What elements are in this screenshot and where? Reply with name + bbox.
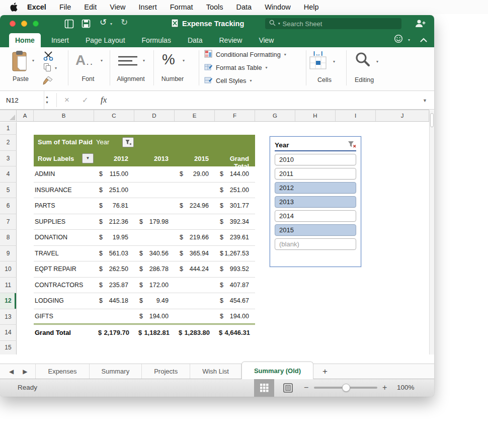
- editing-button[interactable]: [355, 51, 371, 69]
- editing-dropdown-icon[interactable]: ▾: [376, 59, 378, 64]
- name-box-stepper[interactable]: ▲ ▼: [45, 94, 49, 105]
- row-header-9[interactable]: 9: [0, 246, 17, 262]
- paste-button[interactable]: [11, 50, 30, 74]
- formula-bar-expand-icon[interactable]: ▼: [423, 98, 427, 103]
- cell-styles-button[interactable]: Cell Styles ▾: [204, 76, 252, 85]
- slicer-item-2011[interactable]: 2011: [275, 168, 356, 180]
- tab-formulas[interactable]: Formulas: [136, 33, 177, 47]
- collapse-ribbon-icon[interactable]: [420, 35, 427, 44]
- row-header-7[interactable]: 7: [0, 214, 17, 230]
- tab-review[interactable]: Review: [213, 33, 248, 47]
- tab-insert[interactable]: Insert: [45, 33, 75, 47]
- sheet-tab-summary-old-[interactable]: Summary (Old): [241, 362, 313, 379]
- menu-item-format[interactable]: Format: [164, 0, 200, 14]
- sheet-tab-expenses[interactable]: Expenses: [35, 364, 89, 379]
- minimize-window-button[interactable]: [21, 21, 27, 27]
- select-all-corner[interactable]: [0, 110, 17, 121]
- insert-function-icon[interactable]: fx: [101, 91, 107, 109]
- name-box[interactable]: N12: [0, 91, 44, 109]
- sheet-tab-projects[interactable]: Projects: [142, 364, 190, 379]
- page-layout-view-button[interactable]: [278, 379, 298, 397]
- row-header-1[interactable]: 1: [0, 122, 17, 135]
- undo-icon[interactable]: ↺: [100, 18, 107, 28]
- menu-item-window[interactable]: Window: [258, 0, 297, 14]
- zoom-out-button[interactable]: −: [304, 383, 308, 392]
- previous-sheet-icon[interactable]: ◀: [9, 368, 14, 375]
- menu-item-help[interactable]: Help: [297, 0, 326, 14]
- sheet-tab-summary[interactable]: Summary: [90, 364, 142, 379]
- undo-dropdown-icon[interactable]: ▾: [110, 22, 112, 26]
- row-header-14[interactable]: 14: [0, 325, 17, 341]
- paste-dropdown-icon[interactable]: ▾: [32, 58, 34, 63]
- slicer-item-2014[interactable]: 2014: [275, 210, 356, 222]
- zoom-window-button[interactable]: [33, 21, 39, 27]
- row-header-10[interactable]: 10: [0, 261, 17, 278]
- column-header-C[interactable]: C: [94, 110, 134, 121]
- column-header-G[interactable]: G: [255, 110, 295, 121]
- cancel-entry-icon[interactable]: ×: [64, 91, 69, 109]
- row-header-5[interactable]: 5: [0, 183, 17, 199]
- clear-filter-icon[interactable]: [348, 141, 356, 150]
- column-header-I[interactable]: I: [336, 110, 376, 121]
- row-header-15[interactable]: 15: [0, 341, 17, 355]
- menu-item-data[interactable]: Data: [230, 0, 259, 14]
- row-header-2[interactable]: 2: [0, 135, 17, 151]
- search-scope-chevron-icon[interactable]: ▾: [278, 22, 280, 26]
- cells-button[interactable]: I↔I: [309, 51, 327, 71]
- slicer-item-2013[interactable]: 2013: [275, 196, 356, 208]
- zoom-in-button[interactable]: +: [382, 383, 387, 392]
- vertical-scrollbar[interactable]: [429, 110, 434, 354]
- row-header-4[interactable]: 4: [0, 166, 17, 183]
- row-header-11[interactable]: 11: [0, 278, 17, 294]
- menu-item-tools[interactable]: Tools: [200, 0, 230, 14]
- row-header-3[interactable]: 3: [0, 151, 17, 167]
- conditional-formatting-button[interactable]: Conditional Formatting ▾: [204, 50, 286, 59]
- tab-view[interactable]: View: [253, 33, 280, 47]
- number-dropdown-icon[interactable]: ▾: [183, 58, 185, 63]
- toggle-sidebar-icon[interactable]: [64, 19, 74, 31]
- add-sheet-button[interactable]: +: [313, 367, 337, 377]
- zoom-slider-thumb[interactable]: [342, 384, 350, 392]
- font-button[interactable]: A..: [75, 52, 94, 68]
- feedback-smiley-icon[interactable]: [394, 34, 403, 45]
- row-header-13[interactable]: 13: [0, 309, 17, 325]
- confirm-entry-icon[interactable]: ✓: [82, 91, 89, 109]
- worksheet[interactable]: 123456789101112131415 Sum of Total Paid …: [0, 122, 429, 354]
- redo-icon[interactable]: ↻: [121, 18, 128, 28]
- copy-dropdown-icon[interactable]: ▾: [55, 66, 57, 70]
- alignment-button[interactable]: [117, 55, 138, 69]
- menu-item-excel[interactable]: Excel: [21, 0, 53, 14]
- save-icon[interactable]: [82, 19, 91, 30]
- close-window-button[interactable]: [10, 21, 16, 27]
- column-header-F[interactable]: F: [215, 110, 255, 121]
- smiley-dropdown-icon[interactable]: ▾: [408, 38, 410, 42]
- font-dropdown-icon[interactable]: ▾: [101, 58, 103, 63]
- column-header-D[interactable]: D: [134, 110, 175, 121]
- row-header-8[interactable]: 8: [0, 230, 17, 246]
- menu-item-insert[interactable]: Insert: [132, 0, 163, 14]
- column-header-A[interactable]: A: [17, 110, 34, 121]
- tab-page-layout[interactable]: Page Layout: [79, 33, 131, 47]
- column-header-J[interactable]: J: [376, 110, 429, 121]
- apple-menu-icon[interactable]: [10, 3, 18, 12]
- share-add-person-icon[interactable]: [414, 19, 426, 30]
- column-header-H[interactable]: H: [295, 110, 336, 121]
- vertical-scrollbar-thumb[interactable]: [430, 113, 434, 127]
- slicer-item-2012[interactable]: 2012: [275, 182, 356, 194]
- column-header-B[interactable]: B: [34, 110, 94, 121]
- tab-data[interactable]: Data: [182, 33, 209, 47]
- zoom-slider[interactable]: [314, 387, 377, 389]
- cut-icon[interactable]: [43, 51, 54, 63]
- stepper-up-icon[interactable]: ▲: [45, 94, 49, 100]
- sheet-tab-wish-list[interactable]: Wish List: [190, 364, 241, 379]
- year-slicer[interactable]: Year 201020112012201320142015(blank): [270, 136, 361, 267]
- number-button[interactable]: %: [162, 51, 175, 68]
- pivot-year-filter-button[interactable]: [122, 137, 134, 147]
- tab-home[interactable]: Home: [9, 33, 41, 47]
- slicer-item-2015[interactable]: 2015: [275, 224, 356, 236]
- format-painter-icon[interactable]: [41, 75, 53, 87]
- stepper-down-icon[interactable]: ▼: [45, 100, 49, 105]
- slicer-item-2010[interactable]: 2010: [275, 154, 356, 165]
- row-header-12[interactable]: 12: [0, 293, 17, 309]
- menu-item-edit[interactable]: Edit: [77, 0, 103, 14]
